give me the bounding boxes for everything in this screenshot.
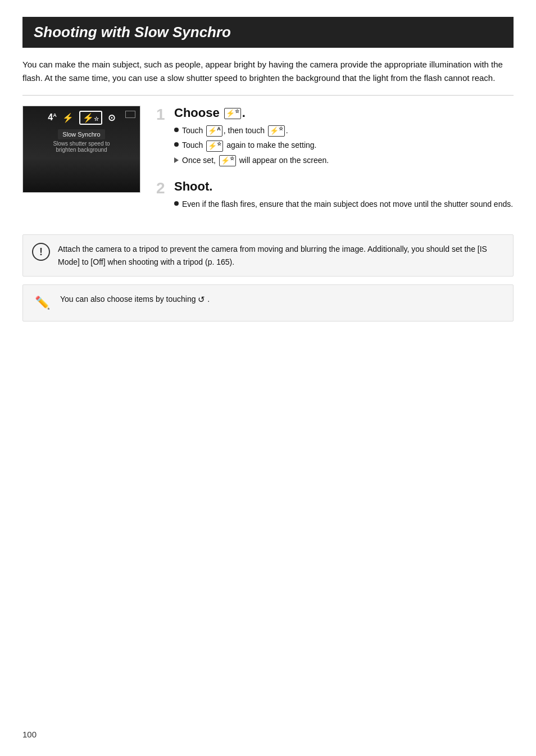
- pencil-icon: ✏️: [35, 296, 50, 310]
- step-2: 2 Shoot. Even if the flash fires, ensure…: [156, 179, 514, 213]
- page-number: 100: [22, 730, 37, 739]
- icon-slow-synchro: ⚡☆: [268, 125, 285, 137]
- tip-text: You can also choose items by touching ↺ …: [60, 293, 210, 306]
- icon-4a: ⚡A: [206, 125, 222, 137]
- bullet-arrow-icon: [174, 157, 179, 163]
- step-1-bullets: Touch ⚡A, then touch ⚡☆. Touch ⚡☆ again …: [174, 125, 514, 166]
- step-2-bullet-1: Even if the flash fires, ensure that the…: [174, 198, 514, 210]
- step-1-bullet-1: Touch ⚡A, then touch ⚡☆.: [174, 125, 514, 137]
- icon-slow-synchro-2: ⚡☆: [206, 141, 223, 152]
- step-2-content: Shoot. Even if the flash fires, ensure t…: [174, 179, 514, 213]
- tip-box: ✏️ You can also choose items by touching…: [22, 284, 514, 322]
- cam-icon-4a: 4A: [48, 112, 56, 123]
- camera-screen: 4A ⚡ ⚡☆ ⊙ Slow Synchro Slows shutter spe…: [23, 106, 140, 192]
- step-1-bullet-2: Touch ⚡☆ again to make the setting.: [174, 139, 514, 151]
- main-content: 4A ⚡ ⚡☆ ⊙ Slow Synchro Slows shutter spe…: [22, 106, 514, 223]
- page-title: Shooting with Slow Synchro: [34, 24, 502, 41]
- cam-icon-slow: ⚡☆: [79, 111, 102, 125]
- step-1: 1 Choose ⚡☆. Touch ⚡A, then touch ⚡☆. To…: [156, 106, 514, 169]
- step-1-number: 1: [156, 107, 169, 123]
- step-1-content: Choose ⚡☆. Touch ⚡A, then touch ⚡☆. Touc…: [174, 106, 514, 169]
- cam-icon-circle: ⊙: [108, 112, 115, 123]
- pencil-icon-wrap: ✏️: [32, 293, 52, 313]
- rotate-icon: ↺: [198, 293, 205, 306]
- step-2-number: 2: [156, 180, 169, 196]
- step-1-bullet-3: Once set, ⚡☆ will appear on the screen.: [174, 155, 514, 166]
- bullet-circle-icon: [174, 128, 179, 132]
- page-title-box: Shooting with Slow Synchro: [22, 17, 514, 48]
- cam-sublabel: Slows shutter speed tobrighten backgroun…: [53, 141, 110, 153]
- steps-section: 1 Choose ⚡☆. Touch ⚡A, then touch ⚡☆. To…: [156, 106, 514, 223]
- warning-icon: !: [32, 243, 50, 261]
- camera-image: 4A ⚡ ⚡☆ ⊙ Slow Synchro Slows shutter spe…: [22, 106, 140, 193]
- icon-slow-synchro-3: ⚡☆: [219, 155, 236, 166]
- intro-paragraph: You can make the main subject, such as p…: [22, 58, 514, 96]
- bullet-circle-icon-2: [174, 142, 179, 147]
- cam-icon-flash: ⚡: [62, 112, 74, 123]
- cam-viewfinder-rect: [125, 111, 135, 118]
- step1-icon-slow: ⚡☆: [224, 108, 241, 119]
- notice-text: Attach the camera to a tripod to prevent…: [58, 243, 504, 268]
- notice-box: ! Attach the camera to a tripod to preve…: [22, 234, 514, 277]
- cam-label: Slow Synchro: [58, 129, 105, 139]
- camera-icons-row: 4A ⚡ ⚡☆ ⊙: [48, 111, 115, 125]
- bullet-circle-icon-3: [174, 201, 179, 206]
- step-1-title: Choose ⚡☆.: [174, 106, 514, 120]
- step-2-bullets: Even if the flash fires, ensure that the…: [174, 198, 514, 210]
- step-2-title: Shoot.: [174, 179, 514, 194]
